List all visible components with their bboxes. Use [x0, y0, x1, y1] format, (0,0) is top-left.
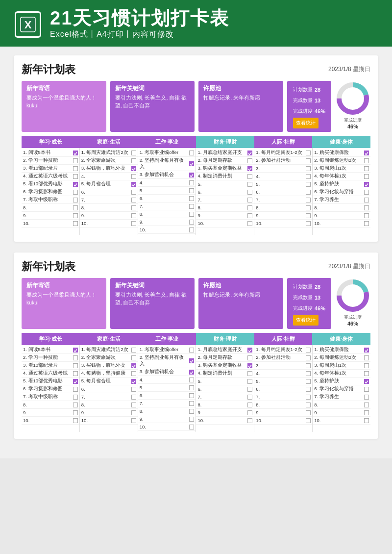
- task-checkbox[interactable]: [247, 158, 252, 163]
- task-checkbox[interactable]: [306, 355, 311, 360]
- task-checkbox[interactable]: [306, 371, 311, 376]
- task-checkbox[interactable]: [189, 220, 194, 225]
- task-checkbox[interactable]: [247, 387, 252, 392]
- task-checkbox[interactable]: [131, 166, 136, 171]
- task-checkbox[interactable]: [131, 151, 136, 155]
- task-checkbox[interactable]: [73, 166, 78, 171]
- task-checkbox[interactable]: [364, 190, 369, 195]
- task-checkbox[interactable]: [131, 158, 136, 163]
- task-checkbox[interactable]: [189, 204, 194, 209]
- task-checkbox[interactable]: [73, 205, 78, 210]
- task-checkbox[interactable]: [247, 403, 252, 407]
- task-checkbox[interactable]: [131, 371, 136, 376]
- task-checkbox[interactable]: [364, 198, 369, 202]
- task-checkbox[interactable]: [306, 198, 311, 202]
- task-checkbox[interactable]: [306, 410, 311, 415]
- task-checkbox[interactable]: [131, 205, 136, 210]
- task-checkbox[interactable]: [247, 205, 252, 210]
- task-checkbox[interactable]: [364, 174, 369, 179]
- task-checkbox[interactable]: [189, 393, 194, 398]
- task-checkbox[interactable]: [306, 166, 311, 171]
- task-checkbox[interactable]: [189, 409, 194, 414]
- task-checkbox[interactable]: [247, 348, 252, 353]
- task-checkbox[interactable]: [247, 371, 252, 376]
- task-checkbox[interactable]: [306, 395, 311, 400]
- task-checkbox[interactable]: [73, 158, 78, 163]
- task-checkbox[interactable]: [364, 410, 369, 415]
- task-checkbox[interactable]: [364, 403, 369, 407]
- task-checkbox[interactable]: [131, 198, 136, 202]
- task-checkbox[interactable]: [131, 410, 136, 415]
- task-checkbox[interactable]: [306, 387, 311, 392]
- task-checkbox[interactable]: [73, 355, 78, 360]
- task-checkbox[interactable]: [131, 348, 136, 353]
- task-checkbox[interactable]: [364, 355, 369, 360]
- task-checkbox[interactable]: [73, 418, 78, 423]
- task-checkbox[interactable]: [306, 418, 311, 423]
- task-checkbox[interactable]: [73, 363, 78, 368]
- task-checkbox[interactable]: [364, 221, 369, 226]
- task-checkbox[interactable]: [247, 174, 252, 179]
- task-checkbox[interactable]: [306, 379, 311, 384]
- task-checkbox[interactable]: [247, 363, 252, 368]
- stats-btn-2[interactable]: 查看统计: [293, 315, 318, 326]
- task-checkbox[interactable]: [131, 403, 136, 407]
- task-checkbox[interactable]: [73, 182, 78, 187]
- task-checkbox[interactable]: [364, 151, 369, 155]
- task-checkbox[interactable]: [131, 182, 136, 187]
- task-checkbox[interactable]: [131, 355, 136, 360]
- task-checkbox[interactable]: [306, 348, 311, 353]
- task-checkbox[interactable]: [364, 348, 369, 353]
- task-checkbox[interactable]: [73, 151, 78, 155]
- task-checkbox[interactable]: [189, 188, 194, 193]
- task-checkbox[interactable]: [364, 213, 369, 218]
- task-checkbox[interactable]: [73, 387, 78, 392]
- task-checkbox[interactable]: [247, 198, 252, 202]
- task-checkbox[interactable]: [247, 182, 252, 187]
- task-checkbox[interactable]: [73, 221, 78, 226]
- task-checkbox[interactable]: [364, 387, 369, 392]
- task-checkbox[interactable]: [189, 161, 194, 166]
- task-checkbox[interactable]: [364, 371, 369, 376]
- task-checkbox[interactable]: [306, 158, 311, 163]
- task-checkbox[interactable]: [247, 395, 252, 400]
- task-checkbox[interactable]: [364, 395, 369, 400]
- task-checkbox[interactable]: [247, 221, 252, 226]
- task-checkbox[interactable]: [247, 379, 252, 384]
- task-checkbox[interactable]: [364, 158, 369, 163]
- task-checkbox[interactable]: [73, 395, 78, 400]
- task-checkbox[interactable]: [131, 379, 136, 384]
- task-checkbox[interactable]: [131, 418, 136, 423]
- task-checkbox[interactable]: [189, 196, 194, 201]
- task-checkbox[interactable]: [247, 166, 252, 171]
- task-checkbox[interactable]: [189, 227, 194, 232]
- task-checkbox[interactable]: [189, 401, 194, 406]
- task-checkbox[interactable]: [189, 180, 194, 185]
- task-checkbox[interactable]: [247, 213, 252, 218]
- task-checkbox[interactable]: [306, 221, 311, 226]
- task-checkbox[interactable]: [189, 417, 194, 422]
- task-checkbox[interactable]: [189, 378, 194, 382]
- task-checkbox[interactable]: [364, 205, 369, 210]
- task-checkbox[interactable]: [364, 182, 369, 187]
- task-checkbox[interactable]: [364, 379, 369, 384]
- task-checkbox[interactable]: [247, 410, 252, 415]
- task-checkbox[interactable]: [73, 198, 78, 202]
- task-checkbox[interactable]: [306, 151, 311, 155]
- task-checkbox[interactable]: [189, 212, 194, 217]
- task-checkbox[interactable]: [189, 173, 194, 177]
- task-checkbox[interactable]: [131, 190, 136, 195]
- task-checkbox[interactable]: [73, 348, 78, 353]
- task-checkbox[interactable]: [364, 418, 369, 423]
- task-checkbox[interactable]: [306, 205, 311, 210]
- task-checkbox[interactable]: [189, 385, 194, 390]
- task-checkbox[interactable]: [247, 151, 252, 155]
- task-checkbox[interactable]: [364, 166, 369, 171]
- task-checkbox[interactable]: [73, 379, 78, 384]
- task-checkbox[interactable]: [306, 213, 311, 218]
- task-checkbox[interactable]: [189, 370, 194, 375]
- task-checkbox[interactable]: [306, 190, 311, 195]
- task-checkbox[interactable]: [73, 190, 78, 195]
- task-checkbox[interactable]: [131, 174, 136, 179]
- task-checkbox[interactable]: [73, 213, 78, 218]
